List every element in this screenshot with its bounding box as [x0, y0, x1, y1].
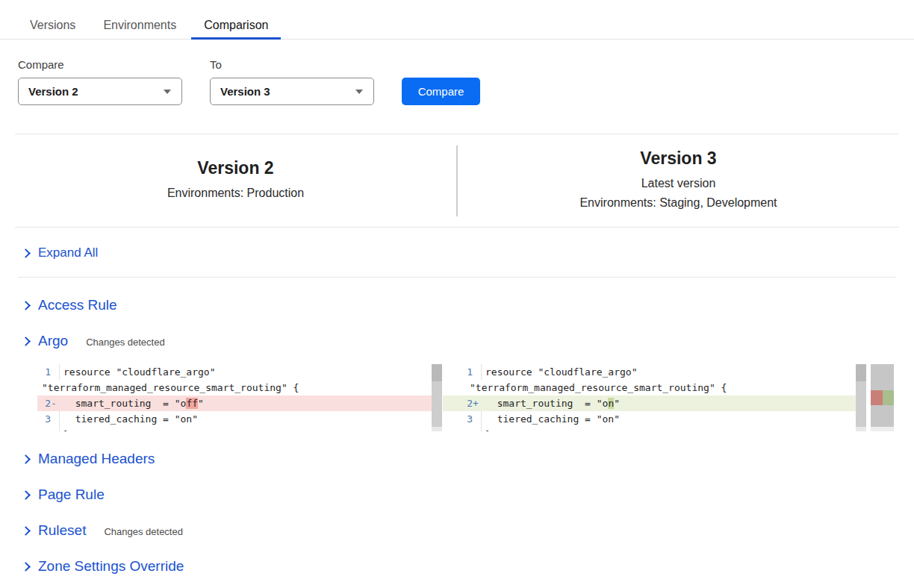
diff-marker	[51, 411, 57, 427]
diff-chunk-indicator	[871, 390, 894, 405]
code-text: tiered_caching = "on"	[60, 411, 198, 427]
code-text: }	[60, 427, 69, 431]
version-left-title: Version 2	[15, 158, 456, 178]
compare-to-value: Version 3	[220, 85, 355, 98]
section-argo[interactable]: Argo Changes detected	[22, 333, 914, 349]
chevron-right-icon	[21, 337, 31, 346]
section-ruleset[interactable]: Ruleset Changes detected	[22, 522, 914, 539]
compare-from-value: Version 2	[28, 85, 164, 98]
code-line: 1resource "cloudflare_argo"	[37, 364, 432, 380]
expand-all-label: Expand All	[38, 245, 98, 260]
diff-marker	[51, 427, 57, 431]
code-text: "terraform_managed_resource_smart_routin…	[459, 380, 727, 395]
diff-marker	[473, 411, 479, 427]
line-number: 3	[37, 411, 51, 427]
added-marker: +	[473, 395, 479, 411]
code-text: "terraform_managed_resource_smart_routin…	[37, 380, 299, 395]
scrollbar-thumb[interactable]	[856, 364, 866, 381]
removed-word-highlight: ff	[186, 398, 198, 409]
chevron-right-icon	[21, 454, 31, 464]
code-text: }	[482, 427, 491, 431]
diff-marker	[51, 364, 57, 380]
diff-marker	[473, 364, 479, 380]
tab-environments[interactable]: Environments	[103, 13, 176, 39]
diff-left-editor[interactable]: 1resource "cloudflare_argo" "terraform_m…	[37, 364, 432, 431]
code-text: smart_routing = "on"	[482, 395, 620, 411]
code-line-removed: 2- smart_routing = "off"	[37, 395, 432, 411]
version-right-column: Version 3 Latest version Environments: S…	[458, 148, 899, 213]
chevron-down-icon	[164, 90, 171, 94]
section-label: Access Rule	[38, 297, 117, 313]
section-label: Argo	[38, 333, 68, 349]
version-left-column: Version 2 Environments: Production	[15, 158, 456, 203]
compare-controls: Compare Version 2 To Version 3 Compare	[18, 58, 914, 105]
section-label: Managed Headers	[38, 451, 155, 467]
line-number: 1	[459, 364, 473, 380]
scrollbar-thumb[interactable]	[432, 364, 442, 381]
diff-right-editor[interactable]: 1resource "cloudflare_argo" "terraform_m…	[443, 364, 856, 431]
removed-marker: -	[51, 395, 57, 411]
compare-to-label: To	[210, 58, 374, 71]
code-line-wrapped: "terraform_managed_resource_smart_routin…	[443, 380, 856, 395]
section-zone-settings-override[interactable]: Zone Settings Override	[22, 558, 914, 575]
removed-chunk-mark	[871, 390, 883, 405]
chevron-right-icon	[21, 490, 31, 500]
line-number: 2	[459, 395, 473, 411]
code-line-clipped: }	[37, 427, 432, 431]
compare-from-label: Compare	[18, 58, 182, 71]
version-right-subtitle2: Environments: Staging, Development	[458, 193, 899, 213]
version-right-subtitle: Latest version	[458, 174, 899, 193]
compare-from-select[interactable]: Version 2	[18, 78, 182, 105]
version-left-subtitle: Environments: Production	[15, 184, 456, 203]
code-text: resource "cloudflare_argo"	[482, 364, 638, 380]
code-line-added: 2+ smart_routing = "on"	[443, 395, 856, 411]
chevron-right-icon	[21, 301, 31, 310]
tab-versions[interactable]: Versions	[30, 13, 75, 39]
line-number	[459, 427, 473, 431]
code-text: resource "cloudflare_argo"	[60, 364, 216, 380]
diff-marker	[473, 427, 479, 431]
chevron-down-icon	[355, 90, 363, 94]
chevron-right-icon	[21, 562, 31, 572]
compare-to-select[interactable]: Version 3	[210, 78, 374, 105]
right-editor-scrollbar[interactable]	[856, 364, 866, 431]
chevron-right-icon	[21, 248, 31, 258]
added-chunk-mark	[883, 390, 895, 405]
tab-comparison[interactable]: Comparison	[204, 13, 268, 39]
version-header: Version 2 Environments: Production Versi…	[15, 134, 899, 228]
section-label: Zone Settings Override	[38, 558, 184, 575]
changes-badge: Changes detected	[86, 337, 165, 348]
section-managed-headers[interactable]: Managed Headers	[22, 451, 914, 467]
code-text: tiered_caching = "on"	[482, 411, 620, 427]
line-number	[37, 427, 51, 431]
code-line: 3 tiered_caching = "on"	[37, 411, 432, 427]
compare-button[interactable]: Compare	[402, 78, 480, 105]
line-number: 3	[459, 411, 473, 427]
line-number: 2	[37, 395, 51, 411]
code-text: smart_routing = "off"	[60, 395, 204, 411]
section-access-rule[interactable]: Access Rule	[22, 297, 914, 313]
argo-diff: 1resource "cloudflare_argo" "terraform_m…	[37, 364, 914, 431]
section-label: Page Rule	[38, 487, 105, 503]
expand-all[interactable]: Expand All	[18, 228, 896, 278]
chevron-right-icon	[21, 526, 31, 536]
code-line-wrapped: "terraform_managed_resource_smart_routin…	[37, 380, 432, 395]
tab-bar: Versions Environments Comparison	[0, 0, 914, 40]
left-editor-scrollbar[interactable]	[432, 364, 442, 431]
section-list: Access Rule Argo Changes detected 1resou…	[0, 297, 914, 575]
diff-minimap	[871, 364, 894, 431]
section-page-rule[interactable]: Page Rule	[22, 487, 914, 503]
changes-badge: Changes detected	[104, 526, 183, 537]
section-label: Ruleset	[38, 522, 86, 539]
code-line: 3 tiered_caching = "on"	[443, 411, 856, 427]
code-line: 1resource "cloudflare_argo"	[443, 364, 856, 380]
code-line-clipped: }	[443, 427, 856, 431]
version-right-title: Version 3	[458, 148, 899, 169]
line-number: 1	[37, 364, 51, 380]
